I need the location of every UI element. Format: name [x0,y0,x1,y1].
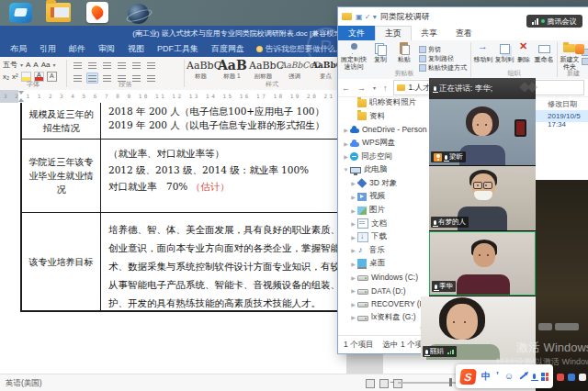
cut-button[interactable]: 剪切 [419,45,467,54]
mic-icon [445,155,447,160]
word-ribbon-tab[interactable]: 视图 [121,41,151,57]
word-ribbon-tab[interactable]: 引用 [33,41,62,57]
read-mode-button[interactable] [366,379,375,388]
forward-button[interactable]: → [354,84,369,93]
column-header-date-modified[interactable]: 修改日期 [548,99,577,109]
tab-share[interactable]: 共享 [412,26,447,40]
desktop-app-icon[interactable] [9,3,32,23]
change-case-button[interactable]: Aa [41,61,51,69]
folder-icon [357,112,367,120]
back-button[interactable]: ← [338,84,354,93]
multilevel-list-button[interactable] [101,60,113,71]
style-chip[interactable]: AaBbC副标题 [249,59,277,81]
tab-home[interactable]: 主页 [375,26,412,40]
participant-video[interactable]: 有梦的人 [429,166,536,230]
avatar-body [457,274,510,296]
tray-icon-blue[interactable] [568,374,575,381]
recent-locations-button[interactable]: ▾ [369,84,379,91]
ime-toolbox-icon[interactable] [541,373,548,381]
delete-icon [516,42,531,55]
desktop-globe-app-icon[interactable] [128,4,149,24]
tab-view[interactable]: 查看 [447,26,481,40]
chevron-collapsed-icon: ▶ [349,180,357,186]
sidebar-item[interactable]: ▶3D 对象 [338,177,427,191]
word-ribbon-tab[interactable]: 邮件 [62,41,92,57]
sidebar-item[interactable]: ▶桌面 [338,257,427,271]
grow-font-button[interactable]: A [26,61,30,69]
ime-mode-button[interactable]: 中 [481,372,491,381]
participant-video[interactable]: 李华 [429,231,536,296]
chevron-expanded-icon: ▼ [342,167,350,173]
increase-indent-button[interactable] [130,60,142,71]
up-button[interactable]: ↑ [379,84,391,93]
obj3d-icon [357,178,368,188]
shrink-font-button[interactable]: A [33,61,38,69]
language-indicator[interactable]: 英语(美国) [6,374,42,391]
zoom-slider-handle[interactable] [449,378,452,386]
tray-icon-light[interactable] [579,374,586,381]
dropdown-icon[interactable]: ▾ [20,61,23,68]
copy-path-button[interactable]: 复制路径 [419,54,467,63]
paste-button[interactable]: 粘贴 [393,42,415,63]
chevron-collapsed-icon: ▶ [349,287,357,294]
sidebar-item[interactable]: ▶同步空间 [338,150,427,163]
pin-to-quick-access-button[interactable]: 固定到快速访问 [340,42,368,71]
decrease-indent-button[interactable] [116,60,128,71]
tab-file[interactable]: 文件 [338,26,375,40]
sidebar-item[interactable]: ▶文档 [338,217,427,230]
dropdown-icon[interactable]: ▾ [53,61,56,68]
style-chip[interactable]: AaBbC标题 [187,59,215,81]
ime-punctuation-button[interactable]: ’ [496,372,499,381]
rename-button[interactable]: 重命名 [533,42,555,63]
word-ribbon-tab[interactable]: PDF工具集 [151,41,205,57]
print-layout-button[interactable] [379,379,389,388]
style-chip[interactable]: AaB标题 1 [218,59,246,81]
sidebar-item[interactable]: 职称资料照片 [338,96,427,110]
sidebar-item[interactable]: ▼此电脑 [338,163,427,177]
font-size-select[interactable]: 五号 [3,60,17,70]
word-ribbon-tab[interactable]: 布局 [4,41,33,57]
meeting-status-pill[interactable]: 腾讯会议 [526,15,582,28]
tray-icon-red[interactable] [557,374,564,381]
word-ribbon-tab[interactable]: 百度网盘 [205,41,251,57]
first-line-indent-marker[interactable] [18,91,24,95]
quick-access-toolbar[interactable]: ▣ ✓ ▾ [356,13,377,21]
sidebar-item[interactable]: ▶DATA (D:) [338,284,427,297]
numbering-button[interactable] [86,60,98,71]
sidebar-item[interactable]: ▶图片 [338,204,427,218]
meeting-speaking-bar[interactable]: 正在讲话: 李华; [429,78,536,99]
style-preview: AaBbC [187,59,215,73]
sidebar-item[interactable]: 资料 [338,110,427,124]
desktop-media-folder-icon[interactable] [46,3,71,22]
properties-button-icon[interactable] [575,44,584,54]
sogou-logo-icon[interactable]: S [459,369,477,385]
web-layout-button[interactable] [393,379,402,388]
zoom-out-button[interactable]: − [390,377,394,386]
sidebar-item[interactable]: ▶lx资料盘 (G:) [338,311,427,325]
participant-video[interactable]: 梁昕 [429,99,536,165]
emoji-button[interactable]: ☺ [504,372,514,381]
handwriting-icon[interactable] [519,373,526,379]
sidebar-item[interactable]: ▶下载 [338,230,427,244]
sidebar-item[interactable]: ▶WPS网盘 [338,137,427,151]
participant-name: 梁昕 [449,152,463,162]
doc-icon [357,218,368,229]
sort-button[interactable] [145,60,157,71]
style-chip[interactable]: AaBbCcD强调 [280,59,309,81]
sidebar-item[interactable]: ▶音乐 [338,244,427,258]
hanging-indent-marker[interactable] [18,98,24,102]
voice-input-icon[interactable] [533,374,536,379]
word-ribbon-tab[interactable]: 审阅 [92,41,121,57]
participant-label: 梁昕 [431,151,466,162]
copy-to-button[interactable]: 复制到 [494,42,514,63]
desktop-flame-app-icon[interactable] [86,2,108,23]
sidebar-item[interactable]: ▶Windows (C:) [338,271,427,285]
copy-button[interactable]: 复制 [369,42,391,63]
sidebar-item[interactable]: ▶OneDrive - Personal [338,123,427,137]
sidebar-item[interactable]: ▶视频 [338,190,427,204]
sidebar-item[interactable]: ▶RECOVERY (E:) [338,297,427,311]
easy-access-button[interactable]: 轻松访问 [582,57,588,66]
move-to-button[interactable]: 移动到 [473,42,493,63]
delete-button[interactable]: 删除 [515,42,532,63]
bullets-button[interactable] [72,60,84,71]
